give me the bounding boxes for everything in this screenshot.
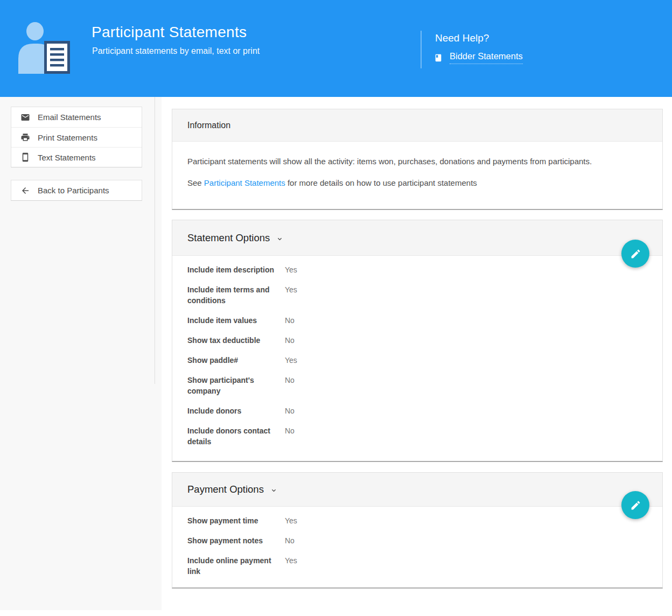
pencil-icon [630, 248, 641, 260]
option-value: No [285, 535, 295, 546]
option-label: Include donors contact details [187, 425, 285, 447]
chevron-down-icon[interactable] [276, 235, 284, 243]
payment-options-body: Show payment time Yes Show payment notes… [172, 507, 662, 577]
information-line2-prefix: See [187, 178, 204, 187]
page-subtitle: Participant statements by email, text or… [92, 46, 260, 56]
option-value: No [285, 405, 295, 416]
option-label: Show tax deductible [187, 335, 285, 346]
option-row: Include item terms and conditions Yes [187, 284, 647, 306]
participant-statements-link[interactable]: Participant Statements [204, 178, 285, 187]
option-value: Yes [285, 515, 297, 526]
statement-options-card: Statement Options Include item descripti… [172, 220, 663, 462]
sidebar-item-print-statements[interactable]: Print Statements [11, 127, 142, 147]
help-divider [421, 31, 422, 68]
option-row: Show tax deductible No [187, 335, 647, 346]
sidebar-item-label: Text Statements [38, 153, 96, 162]
statement-options-header[interactable]: Statement Options [172, 220, 662, 256]
information-line2: See Participant Statements for more deta… [187, 177, 647, 188]
sidebar-back-card: Back to Participants [11, 180, 142, 201]
email-icon [20, 113, 30, 122]
bidder-statements-link[interactable]: Bidder Statements [450, 51, 523, 64]
need-help-title: Need Help? [435, 32, 489, 44]
sidebar-item-label: Back to Participants [38, 186, 109, 195]
option-value: No [285, 375, 295, 396]
sidebar-item-label: Print Statements [38, 133, 97, 142]
information-card: Information Participant statements will … [172, 109, 663, 210]
option-row: Include item values No [187, 315, 647, 326]
participant-statements-icon [17, 19, 74, 74]
option-value: Yes [285, 355, 297, 366]
option-label: Show paddle# [187, 355, 285, 366]
option-value: No [285, 335, 295, 346]
page-title: Participant Statements [92, 24, 247, 41]
statement-options-body: Include item description Yes Include ite… [172, 256, 662, 447]
option-row: Include item description Yes [187, 264, 647, 275]
payment-options-header[interactable]: Payment Options [172, 473, 662, 507]
option-label: Include donors [187, 405, 285, 416]
sidebar-item-text-statements[interactable]: Text Statements [11, 147, 142, 167]
sidebar-item-label: Email Statements [38, 113, 101, 122]
print-icon [20, 132, 30, 142]
chevron-down-icon[interactable] [270, 486, 278, 494]
smartphone-icon [20, 152, 30, 162]
option-row: Include online payment link Yes [187, 555, 647, 577]
help-link-row: Bidder Statements [434, 51, 523, 64]
option-value: Yes [285, 264, 297, 275]
statement-options-title: Statement Options [187, 232, 270, 244]
payment-options-title: Payment Options [187, 484, 264, 495]
option-label: Show participant's company [187, 375, 285, 396]
option-row: Show payment time Yes [187, 515, 647, 526]
option-label: Include online payment link [187, 555, 285, 577]
option-label: Include item description [187, 264, 285, 275]
option-row: Include donors No [187, 405, 647, 416]
information-line2-suffix: for more details on how to use participa… [285, 178, 477, 187]
back-to-participants-button[interactable]: Back to Participants [11, 180, 142, 200]
option-label: Include item terms and conditions [187, 284, 285, 306]
page-header: Participant Statements Participant state… [0, 0, 672, 97]
option-row: Show participant's company No [187, 375, 647, 396]
arrow-left-icon [20, 186, 30, 195]
payment-options-card: Payment Options Show payment time Yes Sh… [172, 472, 663, 589]
option-value: Yes [285, 284, 297, 306]
option-value: No [285, 425, 295, 447]
option-row: Show payment notes No [187, 535, 647, 546]
option-row: Include donors contact details No [187, 425, 647, 447]
sidebar-nav-card: Email Statements Print Statements Text S… [11, 107, 142, 167]
option-label: Show payment notes [187, 535, 285, 546]
option-label: Show payment time [187, 515, 285, 526]
option-value: No [285, 315, 295, 326]
pencil-icon [630, 500, 641, 511]
information-card-title: Information [187, 121, 230, 130]
sidebar-background [0, 97, 162, 610]
information-card-body: Participant statements will show all the… [172, 142, 662, 188]
sidebar-content-divider [155, 97, 155, 384]
edit-payment-options-button[interactable] [621, 491, 649, 519]
book-icon [434, 53, 443, 62]
option-value: Yes [285, 555, 297, 577]
sidebar-item-email-statements[interactable]: Email Statements [11, 107, 142, 127]
option-label: Include item values [187, 315, 285, 326]
information-card-header: Information [172, 109, 662, 142]
option-row: Show paddle# Yes [187, 355, 647, 366]
edit-statement-options-button[interactable] [621, 240, 649, 268]
information-line1: Participant statements will show all the… [187, 156, 647, 167]
